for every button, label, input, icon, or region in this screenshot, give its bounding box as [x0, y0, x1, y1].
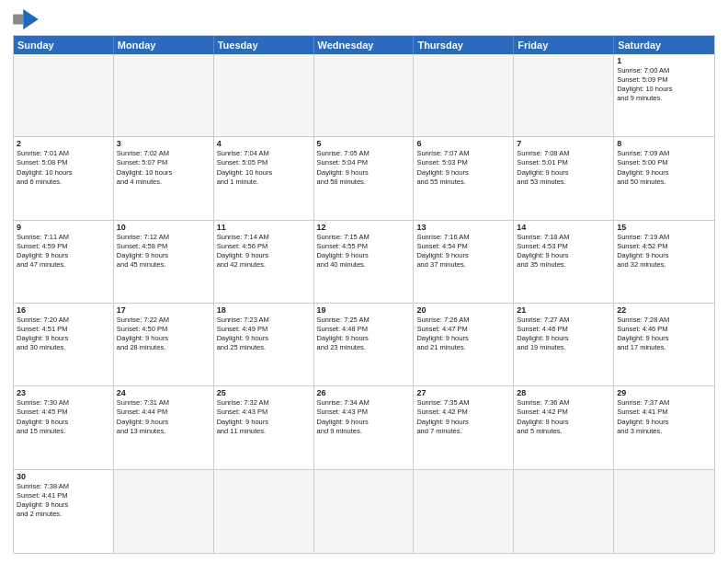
- day-number: 24: [117, 388, 210, 397]
- day-number: 2: [17, 139, 110, 148]
- table-row: 16Sunrise: 7:20 AMSunset: 4:51 PMDayligh…: [14, 304, 114, 386]
- day-number: 29: [617, 388, 711, 397]
- calendar-header: SundayMondayTuesdayWednesdayThursdayFrid…: [14, 36, 714, 54]
- table-row: [214, 54, 314, 137]
- table-row: 22Sunrise: 7:28 AMSunset: 4:46 PMDayligh…: [614, 304, 714, 386]
- cell-content: Sunrise: 7:36 AMSunset: 4:42 PMDaylight:…: [517, 398, 610, 436]
- weekday-header-tuesday: Tuesday: [214, 36, 314, 54]
- table-row: 2Sunrise: 7:01 AMSunset: 5:08 PMDaylight…: [14, 137, 114, 220]
- table-row: 19Sunrise: 7:25 AMSunset: 4:48 PMDayligh…: [314, 304, 415, 386]
- day-number: 16: [17, 305, 110, 315]
- page: SundayMondayTuesdayWednesdayThursdayFrid…: [0, 0, 728, 563]
- cell-content: Sunrise: 7:26 AMSunset: 4:47 PMDaylight:…: [416, 316, 510, 353]
- cell-content: Sunrise: 7:38 AMSunset: 4:41 PMDaylight:…: [17, 482, 110, 520]
- cell-content: Sunrise: 7:11 AMSunset: 4:59 PMDaylight:…: [17, 233, 110, 270]
- svg-marker-1: [23, 9, 39, 29]
- day-number: 19: [317, 305, 411, 315]
- cell-content: Sunrise: 7:37 AMSunset: 4:41 PMDaylight:…: [617, 398, 711, 436]
- day-number: 25: [217, 388, 311, 397]
- cell-content: Sunrise: 7:12 AMSunset: 4:58 PMDaylight:…: [117, 233, 210, 270]
- cell-content: Sunrise: 7:31 AMSunset: 4:44 PMDaylight:…: [117, 398, 210, 436]
- table-row: [514, 54, 614, 137]
- weekday-header-monday: Monday: [114, 36, 214, 54]
- cell-content: Sunrise: 7:09 AMSunset: 5:00 PMDaylight:…: [617, 149, 711, 187]
- cell-content: Sunrise: 7:07 AMSunset: 5:03 PMDaylight:…: [416, 149, 510, 187]
- day-number: 4: [217, 139, 311, 148]
- table-row: 26Sunrise: 7:34 AMSunset: 4:43 PMDayligh…: [314, 386, 415, 469]
- table-row: [314, 54, 415, 137]
- weekday-header-friday: Friday: [514, 36, 614, 54]
- table-row: [414, 54, 514, 137]
- day-number: 11: [217, 223, 311, 232]
- table-row: 10Sunrise: 7:12 AMSunset: 4:58 PMDayligh…: [114, 221, 214, 304]
- cell-content: Sunrise: 7:00 AMSunset: 5:09 PMDaylight:…: [617, 66, 711, 104]
- cell-content: Sunrise: 7:35 AMSunset: 4:42 PMDaylight:…: [416, 398, 510, 436]
- table-row: 13Sunrise: 7:16 AMSunset: 4:54 PMDayligh…: [414, 221, 514, 304]
- day-number: 3: [117, 139, 210, 148]
- svg-rect-0: [13, 15, 23, 25]
- cell-content: Sunrise: 7:20 AMSunset: 4:51 PMDaylight:…: [17, 316, 110, 353]
- day-number: 12: [317, 223, 411, 232]
- table-row: 9Sunrise: 7:11 AMSunset: 4:59 PMDaylight…: [14, 221, 114, 304]
- cell-content: Sunrise: 7:05 AMSunset: 5:04 PMDaylight:…: [317, 149, 411, 187]
- table-row: 12Sunrise: 7:15 AMSunset: 4:55 PMDayligh…: [314, 221, 415, 304]
- day-number: 22: [617, 305, 711, 315]
- day-number: 13: [416, 223, 510, 232]
- table-row: [114, 470, 214, 553]
- cell-content: Sunrise: 7:18 AMSunset: 4:53 PMDaylight:…: [517, 233, 610, 270]
- table-row: 30Sunrise: 7:38 AMSunset: 4:41 PMDayligh…: [14, 470, 114, 553]
- day-number: 28: [517, 388, 610, 397]
- weekday-header-thursday: Thursday: [414, 36, 514, 54]
- cell-content: Sunrise: 7:30 AMSunset: 4:45 PMDaylight:…: [17, 398, 110, 436]
- table-row: 11Sunrise: 7:14 AMSunset: 4:56 PMDayligh…: [214, 221, 314, 304]
- day-number: 6: [416, 139, 510, 148]
- table-row: 28Sunrise: 7:36 AMSunset: 4:42 PMDayligh…: [514, 386, 614, 469]
- day-number: 9: [17, 223, 110, 232]
- day-number: 8: [617, 139, 711, 148]
- table-row: [614, 470, 714, 553]
- table-row: 1Sunrise: 7:00 AMSunset: 5:09 PMDaylight…: [614, 54, 714, 137]
- calendar: SundayMondayTuesdayWednesdayThursdayFrid…: [13, 35, 715, 554]
- header: [13, 9, 715, 29]
- cell-content: Sunrise: 7:23 AMSunset: 4:49 PMDaylight:…: [217, 316, 311, 353]
- day-number: 23: [17, 388, 110, 397]
- day-number: 14: [517, 223, 610, 232]
- day-number: 20: [416, 305, 510, 315]
- table-row: 8Sunrise: 7:09 AMSunset: 5:00 PMDaylight…: [614, 137, 714, 220]
- weekday-header-wednesday: Wednesday: [314, 36, 415, 54]
- table-row: 14Sunrise: 7:18 AMSunset: 4:53 PMDayligh…: [514, 221, 614, 304]
- table-row: [514, 470, 614, 553]
- day-number: 21: [517, 305, 610, 315]
- day-number: 15: [617, 223, 711, 232]
- day-number: 27: [416, 388, 510, 397]
- table-row: 27Sunrise: 7:35 AMSunset: 4:42 PMDayligh…: [414, 386, 514, 469]
- table-row: 17Sunrise: 7:22 AMSunset: 4:50 PMDayligh…: [114, 304, 214, 386]
- day-number: 30: [17, 472, 110, 481]
- table-row: 3Sunrise: 7:02 AMSunset: 5:07 PMDaylight…: [114, 137, 214, 220]
- table-row: 4Sunrise: 7:04 AMSunset: 5:05 PMDaylight…: [214, 137, 314, 220]
- day-number: 7: [517, 139, 610, 148]
- cell-content: Sunrise: 7:08 AMSunset: 5:01 PMDaylight:…: [517, 149, 610, 187]
- cell-content: Sunrise: 7:28 AMSunset: 4:46 PMDaylight:…: [617, 316, 711, 353]
- cell-content: Sunrise: 7:34 AMSunset: 4:43 PMDaylight:…: [317, 398, 411, 436]
- cell-content: Sunrise: 7:22 AMSunset: 4:50 PMDaylight:…: [117, 316, 210, 353]
- table-row: 23Sunrise: 7:30 AMSunset: 4:45 PMDayligh…: [14, 386, 114, 469]
- calendar-body: 1Sunrise: 7:00 AMSunset: 5:09 PMDaylight…: [14, 54, 714, 553]
- table-row: 5Sunrise: 7:05 AMSunset: 5:04 PMDaylight…: [314, 137, 415, 220]
- table-row: 21Sunrise: 7:27 AMSunset: 4:46 PMDayligh…: [514, 304, 614, 386]
- cell-content: Sunrise: 7:16 AMSunset: 4:54 PMDaylight:…: [416, 233, 510, 270]
- cell-content: Sunrise: 7:19 AMSunset: 4:52 PMDaylight:…: [617, 233, 711, 270]
- cell-content: Sunrise: 7:01 AMSunset: 5:08 PMDaylight:…: [17, 149, 110, 187]
- table-row: 15Sunrise: 7:19 AMSunset: 4:52 PMDayligh…: [614, 221, 714, 304]
- day-number: 5: [317, 139, 411, 148]
- cell-content: Sunrise: 7:27 AMSunset: 4:46 PMDaylight:…: [517, 316, 610, 353]
- cell-content: Sunrise: 7:32 AMSunset: 4:43 PMDaylight:…: [217, 398, 311, 436]
- weekday-header-saturday: Saturday: [614, 36, 714, 54]
- cell-content: Sunrise: 7:14 AMSunset: 4:56 PMDaylight:…: [217, 233, 311, 270]
- weekday-header-sunday: Sunday: [14, 36, 114, 54]
- table-row: 6Sunrise: 7:07 AMSunset: 5:03 PMDaylight…: [414, 137, 514, 220]
- day-number: 18: [217, 305, 311, 315]
- cell-content: Sunrise: 7:02 AMSunset: 5:07 PMDaylight:…: [117, 149, 210, 187]
- day-number: 1: [617, 56, 711, 65]
- table-row: [214, 470, 314, 553]
